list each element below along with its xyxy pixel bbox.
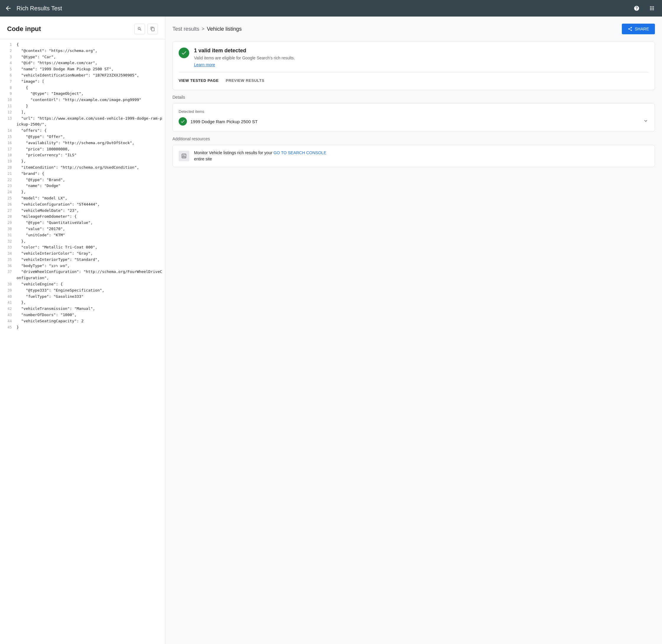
preview-results-btn[interactable]: PREVIEW RESULTS	[226, 77, 265, 84]
share-button[interactable]: SHARE	[622, 24, 655, 34]
view-tested-page-btn[interactable]: VIEW TESTED PAGE	[179, 77, 219, 84]
detected-item-row: 1999 Dodge Ram Pickup 2500 ST	[179, 117, 649, 125]
topbar-icons	[631, 3, 657, 14]
breadcrumb-separator: >	[202, 26, 204, 31]
code-line: 23 "name": "Dodge"	[0, 183, 165, 189]
copy-code-button[interactable]	[147, 24, 158, 34]
line-number: 7	[2, 78, 12, 85]
line-content: "@type333": "EngineSpecification",	[17, 288, 104, 294]
line-number: 29	[2, 220, 12, 226]
valid-count-heading: 1 valid item detected	[194, 48, 295, 54]
code-line: 19 },	[0, 158, 165, 164]
line-content: "color": "Metallic Tri-Coat 800",	[17, 244, 97, 251]
line-content: },	[17, 189, 26, 195]
card-divider	[179, 72, 649, 72]
line-content: "model": "model LX",	[17, 195, 67, 202]
left-panel: Code input 1{2 "@context": "https://sche…	[0, 17, 165, 644]
code-line: 34 "vehicleInteriorColor": "Gray",	[0, 251, 165, 257]
line-number: 30	[2, 226, 12, 232]
code-line: 33 "color": "Metallic Tri-Coat 800",	[0, 244, 165, 251]
grid-menu-button[interactable]	[647, 3, 657, 14]
expand-chevron-icon[interactable]	[643, 118, 649, 125]
line-number: 4	[2, 60, 12, 66]
line-content: "vehicleIdentificationNumber": "1B7KF23Z…	[17, 72, 139, 78]
code-line: 27 "vehicleModelDate": "23",	[0, 208, 165, 214]
line-content: "@type": "Car",	[17, 54, 56, 60]
line-content: "image": [	[17, 78, 44, 85]
line-content: "name": "Dodge"	[17, 183, 61, 189]
search-code-button[interactable]	[134, 24, 145, 34]
valid-item-text: 1 valid item detected Valid items are el…	[194, 48, 295, 67]
code-line: 37 "driveWheelConfiguration": "http://sc…	[0, 269, 165, 281]
back-button[interactable]	[5, 5, 12, 12]
line-number: 16	[2, 140, 12, 146]
line-number: 2	[2, 48, 12, 54]
code-line: 30 "value": "20170",	[0, 226, 165, 232]
line-number: 40	[2, 294, 12, 300]
line-content: "name": "1999 Dodge Ram Pickup 2500 ST",	[17, 66, 114, 72]
line-number: 1	[2, 42, 12, 48]
chart-icon	[179, 151, 189, 161]
line-number: 23	[2, 183, 12, 189]
line-content: "@type": "QuantitativeValue",	[17, 220, 93, 226]
line-number: 5	[2, 66, 12, 72]
line-content: },	[17, 300, 26, 306]
line-number: 44	[2, 318, 12, 324]
line-content: }	[17, 103, 28, 109]
line-content: "brand": {	[17, 171, 44, 177]
learn-more-link[interactable]: Learn more	[194, 62, 215, 67]
code-line: 41 },	[0, 300, 165, 306]
code-line: 2 "@context": "https://schema.org",	[0, 48, 165, 54]
breadcrumb-link[interactable]: Test results	[172, 26, 199, 32]
line-number: 36	[2, 263, 12, 269]
code-line: 22 "@type": "Brand",	[0, 177, 165, 183]
line-content: "vehicleEngine": {	[17, 281, 63, 288]
line-number: 31	[2, 232, 12, 238]
valid-items-card: 1 valid item detected Valid items are el…	[172, 41, 655, 90]
line-number: 37	[2, 269, 12, 275]
details-card: Detected items 1999 Dodge Ram Pickup 250…	[172, 103, 655, 132]
code-line: 3 "@type": "Car",	[0, 54, 165, 60]
line-content: "numberOfDoors": "1000",	[17, 312, 77, 318]
line-content: "vehicleInteriorColor": "Gray",	[17, 251, 93, 257]
code-line: 6 "vehicleIdentificationNumber": "1B7KF2…	[0, 72, 165, 78]
line-number: 28	[2, 213, 12, 220]
code-line: 38 "vehicleEngine": {	[0, 281, 165, 288]
resource-text: Monitor Vehicle listings rich results fo…	[194, 150, 649, 162]
right-panel: Test results > Vehicle listings SHARE	[165, 17, 662, 644]
line-number: 45	[2, 324, 12, 330]
line-number: 11	[2, 103, 12, 109]
code-line: 8 {	[0, 85, 165, 91]
code-line: 45}	[0, 324, 165, 330]
line-number: 39	[2, 288, 12, 293]
line-content: "price": 100000000,	[17, 146, 70, 153]
code-line: 17 "price": 100000000,	[0, 146, 165, 153]
line-content: "contentUrl": "http://example.com/image.…	[17, 97, 141, 103]
line-number: 10	[2, 97, 12, 103]
help-button[interactable]	[631, 3, 642, 14]
line-number: 21	[2, 171, 12, 177]
resource-card: Monitor Vehicle listings rich results fo…	[172, 145, 655, 167]
line-content: "vehicleInteriorType": "Standard",	[17, 257, 100, 263]
code-line: 7 "image": [	[0, 78, 165, 85]
line-content: "availability": "http://schema.org/OutOf…	[17, 140, 134, 146]
line-number: 35	[2, 257, 12, 262]
line-content: "fuelType": "Gasoline333"	[17, 294, 84, 300]
line-number: 9	[2, 91, 12, 97]
topbar: Rich Results Test	[0, 0, 662, 17]
code-line: 36 "bodyType": "סוג רכב",	[0, 263, 165, 269]
line-content: "vehicleSeatingCapacity": 2	[17, 318, 84, 324]
code-line: 16 "availability": "http://schema.org/Ou…	[0, 140, 165, 146]
view-buttons: VIEW TESTED PAGE PREVIEW RESULTS	[179, 77, 649, 84]
code-line: 35 "vehicleInteriorType": "Standard",	[0, 257, 165, 263]
go-to-search-console-link[interactable]: GO TO SEARCH CONSOLE	[274, 151, 326, 155]
line-content: "itemCondition": "http://schema.org/Used…	[17, 164, 139, 171]
line-number: 43	[2, 312, 12, 318]
line-number: 41	[2, 300, 12, 305]
line-content: "driveWheelConfiguration": "http://schem…	[17, 269, 163, 281]
line-content: },	[17, 158, 26, 164]
code-area[interactable]: 1{2 "@context": "https://schema.org",3 "…	[0, 39, 165, 644]
code-line: 28 "mileageFromOdometer": {	[0, 213, 165, 220]
line-number: 26	[2, 202, 12, 207]
code-line: 44 "vehicleSeatingCapacity": 2	[0, 318, 165, 324]
